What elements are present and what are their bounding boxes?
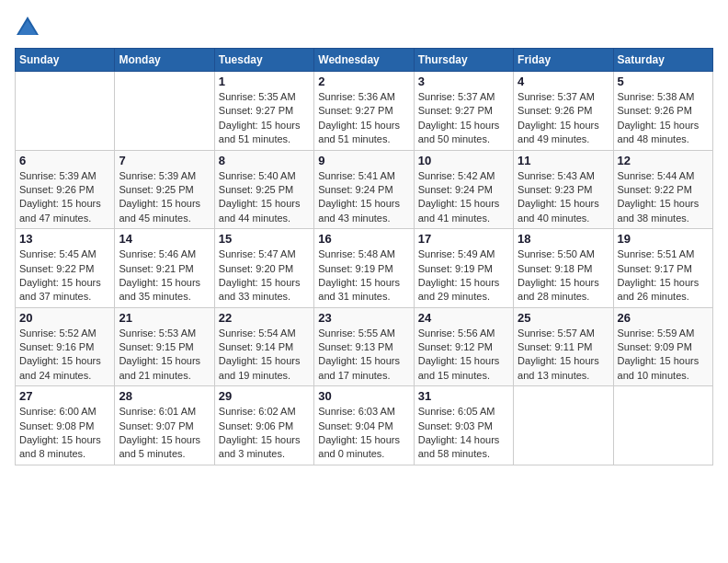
- weekday-header: Thursday: [414, 49, 513, 72]
- calendar-day-cell: 2Sunrise: 5:36 AM Sunset: 9:27 PM Daylig…: [314, 72, 414, 151]
- day-number: 6: [19, 154, 110, 167]
- weekday-header: Sunday: [16, 49, 115, 72]
- day-number: 4: [518, 75, 609, 88]
- calendar-week-row: 6Sunrise: 5:39 AM Sunset: 9:26 PM Daylig…: [16, 150, 713, 229]
- day-info: Sunrise: 5:53 AM Sunset: 9:15 PM Dayligh…: [119, 327, 210, 384]
- calendar-day-cell: [16, 72, 115, 151]
- day-info: Sunrise: 5:52 AM Sunset: 9:16 PM Dayligh…: [19, 327, 110, 384]
- day-info: Sunrise: 6:05 AM Sunset: 9:03 PM Dayligh…: [418, 405, 509, 462]
- day-number: 29: [219, 389, 310, 403]
- day-number: 18: [518, 232, 609, 246]
- calendar-day-cell: [115, 72, 214, 151]
- day-info: Sunrise: 5:37 AM Sunset: 9:26 PM Dayligh…: [518, 90, 609, 147]
- calendar-day-cell: 1Sunrise: 5:35 AM Sunset: 9:27 PM Daylig…: [214, 72, 313, 151]
- calendar-day-cell: 27Sunrise: 6:00 AM Sunset: 9:08 PM Dayli…: [16, 386, 115, 465]
- calendar-week-row: 27Sunrise: 6:00 AM Sunset: 9:08 PM Dayli…: [16, 386, 713, 465]
- calendar-day-cell: 21Sunrise: 5:53 AM Sunset: 9:15 PM Dayli…: [115, 307, 214, 386]
- calendar-day-cell: 30Sunrise: 6:03 AM Sunset: 9:04 PM Dayli…: [314, 386, 414, 465]
- day-info: Sunrise: 6:01 AM Sunset: 9:07 PM Dayligh…: [119, 405, 210, 462]
- day-info: Sunrise: 5:55 AM Sunset: 9:13 PM Dayligh…: [318, 327, 409, 384]
- calendar-day-cell: 13Sunrise: 5:45 AM Sunset: 9:22 PM Dayli…: [16, 229, 115, 308]
- weekday-header: Saturday: [613, 49, 712, 72]
- day-info: Sunrise: 5:48 AM Sunset: 9:19 PM Dayligh…: [318, 247, 409, 304]
- day-info: Sunrise: 5:50 AM Sunset: 9:18 PM Dayligh…: [518, 247, 609, 304]
- day-number: 27: [19, 389, 110, 403]
- day-number: 2: [318, 75, 409, 88]
- calendar-day-cell: 29Sunrise: 6:02 AM Sunset: 9:06 PM Dayli…: [214, 386, 313, 465]
- day-info: Sunrise: 5:40 AM Sunset: 9:25 PM Dayligh…: [219, 169, 310, 226]
- day-number: 22: [219, 311, 310, 325]
- calendar-day-cell: 18Sunrise: 5:50 AM Sunset: 9:18 PM Dayli…: [514, 229, 613, 308]
- calendar-week-row: 13Sunrise: 5:45 AM Sunset: 9:22 PM Dayli…: [16, 229, 713, 308]
- calendar-day-cell: 5Sunrise: 5:38 AM Sunset: 9:26 PM Daylig…: [613, 72, 712, 151]
- day-info: Sunrise: 5:57 AM Sunset: 9:11 PM Dayligh…: [518, 327, 609, 384]
- calendar-day-cell: 4Sunrise: 5:37 AM Sunset: 9:26 PM Daylig…: [514, 72, 613, 151]
- calendar-day-cell: 14Sunrise: 5:46 AM Sunset: 9:21 PM Dayli…: [115, 229, 214, 308]
- calendar-body: 1Sunrise: 5:35 AM Sunset: 9:27 PM Daylig…: [16, 72, 713, 465]
- day-number: 1: [219, 75, 310, 88]
- calendar-day-cell: 23Sunrise: 5:55 AM Sunset: 9:13 PM Dayli…: [314, 307, 414, 386]
- day-info: Sunrise: 5:36 AM Sunset: 9:27 PM Dayligh…: [318, 90, 409, 147]
- day-number: 21: [119, 311, 210, 325]
- day-info: Sunrise: 5:42 AM Sunset: 9:24 PM Dayligh…: [418, 169, 509, 226]
- calendar-day-cell: 10Sunrise: 5:42 AM Sunset: 9:24 PM Dayli…: [414, 150, 513, 229]
- weekday-header: Wednesday: [314, 49, 414, 72]
- day-number: 3: [418, 75, 509, 88]
- day-info: Sunrise: 5:47 AM Sunset: 9:20 PM Dayligh…: [219, 247, 310, 304]
- day-number: 7: [119, 154, 210, 167]
- day-info: Sunrise: 5:45 AM Sunset: 9:22 PM Dayligh…: [19, 247, 110, 304]
- calendar-week-row: 20Sunrise: 5:52 AM Sunset: 9:16 PM Dayli…: [16, 307, 713, 386]
- calendar-day-cell: 24Sunrise: 5:56 AM Sunset: 9:12 PM Dayli…: [414, 307, 513, 386]
- day-number: 30: [318, 389, 409, 403]
- calendar-day-cell: 25Sunrise: 5:57 AM Sunset: 9:11 PM Dayli…: [514, 307, 613, 386]
- day-info: Sunrise: 5:51 AM Sunset: 9:17 PM Dayligh…: [618, 247, 709, 304]
- calendar-day-cell: 19Sunrise: 5:51 AM Sunset: 9:17 PM Dayli…: [613, 229, 712, 308]
- day-info: Sunrise: 5:46 AM Sunset: 9:21 PM Dayligh…: [119, 247, 210, 304]
- day-info: Sunrise: 5:54 AM Sunset: 9:14 PM Dayligh…: [219, 327, 310, 384]
- calendar-day-cell: 16Sunrise: 5:48 AM Sunset: 9:19 PM Dayli…: [314, 229, 414, 308]
- day-number: 31: [418, 389, 509, 403]
- day-info: Sunrise: 5:37 AM Sunset: 9:27 PM Dayligh…: [418, 90, 509, 147]
- weekday-header: Friday: [514, 49, 613, 72]
- weekday-header: Tuesday: [214, 49, 313, 72]
- day-info: Sunrise: 5:35 AM Sunset: 9:27 PM Dayligh…: [219, 90, 310, 147]
- logo: [15, 15, 44, 40]
- day-info: Sunrise: 5:49 AM Sunset: 9:19 PM Dayligh…: [418, 247, 509, 304]
- day-number: 17: [418, 232, 509, 246]
- day-info: Sunrise: 5:43 AM Sunset: 9:23 PM Dayligh…: [518, 169, 609, 226]
- day-info: Sunrise: 5:38 AM Sunset: 9:26 PM Dayligh…: [618, 90, 709, 147]
- day-number: 16: [318, 232, 409, 246]
- day-number: 20: [19, 311, 110, 325]
- calendar-day-cell: 6Sunrise: 5:39 AM Sunset: 9:26 PM Daylig…: [16, 150, 115, 229]
- day-info: Sunrise: 6:02 AM Sunset: 9:06 PM Dayligh…: [219, 405, 310, 462]
- day-number: 5: [618, 75, 709, 88]
- calendar-day-cell: 11Sunrise: 5:43 AM Sunset: 9:23 PM Dayli…: [514, 150, 613, 229]
- day-info: Sunrise: 6:00 AM Sunset: 9:08 PM Dayligh…: [19, 405, 110, 462]
- day-number: 26: [618, 311, 709, 325]
- day-number: 10: [418, 154, 509, 167]
- calendar-day-cell: 8Sunrise: 5:40 AM Sunset: 9:25 PM Daylig…: [214, 150, 313, 229]
- weekday-header-row: SundayMondayTuesdayWednesdayThursdayFrid…: [16, 49, 713, 72]
- page-header: [15, 15, 713, 40]
- day-info: Sunrise: 5:59 AM Sunset: 9:09 PM Dayligh…: [618, 327, 709, 384]
- calendar-day-cell: 3Sunrise: 5:37 AM Sunset: 9:27 PM Daylig…: [414, 72, 513, 151]
- calendar-day-cell: 15Sunrise: 5:47 AM Sunset: 9:20 PM Dayli…: [214, 229, 313, 308]
- calendar-table: SundayMondayTuesdayWednesdayThursdayFrid…: [15, 48, 713, 465]
- day-number: 14: [119, 232, 210, 246]
- day-number: 12: [618, 154, 709, 167]
- calendar-day-cell: 31Sunrise: 6:05 AM Sunset: 9:03 PM Dayli…: [414, 386, 513, 465]
- day-info: Sunrise: 5:39 AM Sunset: 9:25 PM Dayligh…: [119, 169, 210, 226]
- day-number: 19: [618, 232, 709, 246]
- day-number: 28: [119, 389, 210, 403]
- calendar-day-cell: 20Sunrise: 5:52 AM Sunset: 9:16 PM Dayli…: [16, 307, 115, 386]
- day-number: 15: [219, 232, 310, 246]
- day-number: 8: [219, 154, 310, 167]
- calendar-day-cell: 12Sunrise: 5:44 AM Sunset: 9:22 PM Dayli…: [613, 150, 712, 229]
- day-info: Sunrise: 5:56 AM Sunset: 9:12 PM Dayligh…: [418, 327, 509, 384]
- calendar-day-cell: 17Sunrise: 5:49 AM Sunset: 9:19 PM Dayli…: [414, 229, 513, 308]
- weekday-header: Monday: [115, 49, 214, 72]
- logo-icon: [15, 15, 40, 40]
- day-number: 13: [19, 232, 110, 246]
- day-number: 23: [318, 311, 409, 325]
- day-info: Sunrise: 5:44 AM Sunset: 9:22 PM Dayligh…: [618, 169, 709, 226]
